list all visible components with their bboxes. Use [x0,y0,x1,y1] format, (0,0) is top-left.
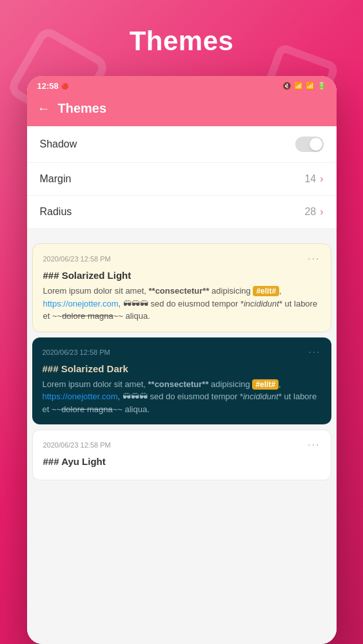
link-onejotter-light[interactable]: https://onejotter.com [43,299,119,308]
strike-dolore-dark: dolore magna [61,404,113,414]
status-icons: 🔇 📶 📶 🔋 [282,82,326,90]
card-body-light: Lorem ipsum dolor sit amet, **consectetu… [43,285,320,323]
bold-consectetur-dark: **consectetur** [148,379,209,389]
margin-setting-item[interactable]: Margin 14 › [27,163,337,196]
page-title-section: Themes [130,0,234,76]
card-date-dark: 2020/06/23 12:58 PM [43,348,110,356]
time-display: 12:58 [37,81,59,91]
italic-incididunt-dark: incididunt [243,392,279,401]
bold-consectetur-light: **consectetur** [149,286,210,296]
page-title: Themes [130,26,234,57]
shadow-setting-item[interactable]: Shadow [27,126,337,163]
app-header: ← Themes [27,95,337,126]
mute-icon: 🔇 [282,82,291,90]
tag-elit-light: #elit# [253,286,279,296]
margin-right: 14 › [304,173,323,185]
shadow-label: Shadow [40,138,77,150]
tag-elit-dark: #elit# [252,379,279,390]
status-dot-icon: 🔴 [61,83,68,90]
theme-card-solarized-dark[interactable]: 2020/06/23 12:58 PM ··· ### Solarized Da… [32,337,331,425]
card-date-light: 2020/06/23 12:58 PM [43,255,111,263]
wifi-icon: 📶 [294,82,303,90]
settings-section: Shadow Margin 14 › Radius 28 › [27,126,337,228]
card-meta-dark: 2020/06/23 12:58 PM ··· [43,346,321,358]
card-title-ayu: ### Ayu Light [43,456,320,467]
status-bar: 12:58 🔴 🔇 📶 📶 🔋 [27,76,337,95]
shadow-toggle[interactable] [295,137,324,152]
back-button[interactable]: ← [37,101,50,116]
card-title-dark: ### Solarized Dark [43,363,321,374]
theme-card-ayu-light[interactable]: 2020/06/23 12:58 PM ··· ### Ayu Light [32,430,331,480]
card-body-dark: Lorem ipsum dolor sit amet, **consectetu… [43,378,321,416]
card-date-ayu: 2020/06/23 12:58 PM [43,441,111,449]
phone-mockup: 12:58 🔴 🔇 📶 📶 🔋 ← Themes Shadow Margin [27,76,337,644]
card-menu-dark[interactable]: ··· [308,346,320,358]
card-menu-ayu[interactable]: ··· [308,439,320,451]
card-meta-ayu: 2020/06/23 12:58 PM ··· [43,439,320,451]
content-area: Shadow Margin 14 › Radius 28 › [27,126,337,644]
emojis-light: 🕶🕶🕶 [123,299,148,308]
radius-value: 28 [304,206,316,218]
radius-label: Radius [40,206,72,218]
theme-card-solarized-light[interactable]: 2020/06/23 12:58 PM ··· ### Solarized Li… [32,243,331,332]
signal-icon: 📶 [306,82,315,90]
radius-right: 28 › [304,206,323,218]
card-title-light: ### Solarized Light [43,270,320,281]
card-meta-light: 2020/06/23 12:58 PM ··· [43,253,320,265]
app-header-title: Themes [58,101,107,116]
card-menu-light[interactable]: ··· [308,253,320,265]
margin-value: 14 [304,173,316,185]
margin-chevron-icon: › [320,173,323,185]
theme-cards-section: 2020/06/23 12:58 PM ··· ### Solarized Li… [27,233,337,491]
radius-chevron-icon: › [320,206,323,218]
battery-icon: 🔋 [317,82,326,90]
status-time: 12:58 🔴 [37,81,68,91]
margin-label: Margin [40,173,72,185]
radius-setting-item[interactable]: Radius 28 › [27,196,337,228]
strike-dolore-light: dolore magna [62,311,113,321]
link-onejotter-dark[interactable]: https://onejotter.com [43,392,118,401]
emojis-dark: 🕶🕶🕶 [123,392,148,401]
italic-incididunt-light: incididunt [244,299,279,308]
